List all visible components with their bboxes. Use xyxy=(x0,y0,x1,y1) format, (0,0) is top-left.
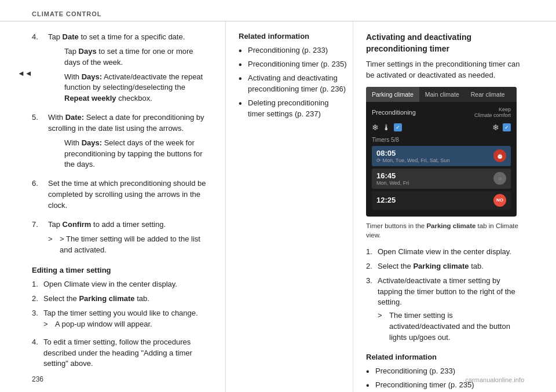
timer-entry-2: 16:45 Mon, Wed, Fri ○ xyxy=(372,168,511,189)
climate-precond-row: Preconditioning Keep Climate comfort xyxy=(372,107,511,118)
timer-1-time: 08:05 xyxy=(376,149,449,157)
climate-body: Preconditioning Keep Climate comfort ❄ 🌡 xyxy=(366,102,517,217)
right-related-item-1: • Preconditioning (p. 233) xyxy=(366,366,524,377)
editing-step-3-arrow: > xyxy=(43,319,55,330)
step-7-sub-arrow: > xyxy=(48,234,60,256)
timer-entry-3: 12:25 NO xyxy=(372,191,511,210)
right-climate-icons: ❄ ✓ xyxy=(492,123,511,132)
fan-icon: ❄ xyxy=(372,123,379,132)
middle-related-item-3-text: Activating and deactivating precondition… xyxy=(248,73,347,95)
middle-related-item-1: • Preconditioning (p. 233) xyxy=(239,45,347,56)
bullet-icon-2: • xyxy=(239,59,248,70)
back-arrows-icon: ◄◄ xyxy=(17,69,32,78)
editing-step-3-sub-text: A pop-up window will appear. xyxy=(55,319,211,330)
step-6: 6. Set the time at which preconditioning… xyxy=(32,178,211,215)
editing-step-4-num: 4. xyxy=(32,337,43,370)
page-number: 236 xyxy=(32,375,43,383)
editing-step-2-text: Select the Parking climate tab. xyxy=(43,294,149,305)
timers-label: Timers 5/8 xyxy=(372,137,511,143)
middle-column: Related information • Preconditioning (p… xyxy=(226,21,353,392)
right-step-3-num: 3. xyxy=(366,276,378,309)
main-content: 4. Tap Date to set a time for a specific… xyxy=(0,21,556,392)
timer-1-days: ⟳ Mon, Tue, Wed, Fri, Sat, Sun xyxy=(376,157,449,163)
step-4: 4. Tap Date to set a time for a specific… xyxy=(32,32,211,108)
left-column: 4. Tap Date to set a time for a specific… xyxy=(32,21,226,392)
bullet-icon-4: • xyxy=(239,98,248,120)
timer-1-btn[interactable]: ⏰ xyxy=(493,149,506,162)
right-step-1-num: 1. xyxy=(366,247,378,258)
step-4-content: Tap Date to set a time for a specific da… xyxy=(48,32,211,108)
step-4-sub1: Tap Days to set a time for one or more d… xyxy=(64,46,211,68)
editing-step-3-num: 3. xyxy=(32,308,43,319)
editing-step-4: 4. To edit a timer setting, follow the p… xyxy=(32,337,211,370)
right-steps-list: 1. Open Climate view in the center displ… xyxy=(366,247,524,347)
watermark: carmanualonline.info xyxy=(465,376,524,383)
climate-tab-rear[interactable]: Rear climate xyxy=(465,87,511,102)
right-checkbox[interactable]: ✓ xyxy=(503,123,511,131)
editing-step-2-num: 2. xyxy=(32,294,43,305)
keep-comfort-label: Keep Climate comfort xyxy=(474,107,511,118)
right-step-2-text: Select the Parking climate tab. xyxy=(378,261,484,272)
middle-related-item-2-text: Preconditioning timer (p. 235) xyxy=(248,59,347,70)
header-title: CLIMATE CONTROL xyxy=(32,10,102,17)
right-related-item-2-text: Preconditioning timer (p. 235) xyxy=(375,380,474,391)
middle-related-item-3: • Activating and deactivating preconditi… xyxy=(239,73,347,95)
climate-ui-mockup: Parking climate Main climate Rear climat… xyxy=(366,87,517,217)
step-7-sub: > > The timer setting will be added to t… xyxy=(48,234,211,256)
timer-2-btn[interactable]: ○ xyxy=(493,172,506,185)
climate-tabs: Parking climate Main climate Rear climat… xyxy=(366,87,517,102)
timer-3-btn[interactable]: NO xyxy=(493,194,506,207)
step-6-number: 6. xyxy=(32,178,48,215)
bullet-icon-3: • xyxy=(239,73,248,95)
timer-3-time: 12:25 xyxy=(376,196,396,204)
step-5-number: 5. xyxy=(32,112,48,174)
bullet-icon-1: • xyxy=(239,45,248,56)
editing-heading: Editing a timer setting xyxy=(32,266,211,274)
right-related-item-1-text: Preconditioning (p. 233) xyxy=(375,366,455,377)
climate-tab-parking[interactable]: Parking climate xyxy=(366,87,419,102)
middle-related-item-4: • Deleting preconditioning timer setting… xyxy=(239,98,347,120)
right-step-2: 2. Select the Parking climate tab. xyxy=(366,261,524,272)
editing-step-3-text: Tap the timer setting you would like to … xyxy=(43,308,198,319)
left-checkbox[interactable]: ✓ xyxy=(394,123,402,131)
middle-related-title: Related information xyxy=(239,32,347,41)
right-step-3-sub: > The timer setting is activated/deactiv… xyxy=(378,310,524,343)
step-4-sub2: With Days: Activate/deactivate the repea… xyxy=(64,72,211,105)
right-column: Activating and deactivating precondition… xyxy=(353,21,524,392)
step-5: 5. With Date: Select a date for precondi… xyxy=(32,112,211,174)
step-6-text: Set the time at which preconditioning sh… xyxy=(48,178,211,211)
editing-step-2: 2. Select the Parking climate tab. xyxy=(32,294,211,305)
right-step-3-sub-text: The timer setting is activated/deactivat… xyxy=(389,310,524,343)
step-5-text: With Date: Select a date for preconditio… xyxy=(48,112,211,134)
editing-steps-list: 1. Open Climate view in the center displ… xyxy=(32,279,211,369)
middle-related-item-4-text: Deleting preconditioning timer settings … xyxy=(248,98,347,120)
middle-related-list: • Preconditioning (p. 233) • Preconditio… xyxy=(239,45,347,120)
right-step-1: 1. Open Climate view in the center displ… xyxy=(366,247,524,258)
right-step-3: 3. Activate/deactivate a timer setting b… xyxy=(366,276,524,347)
right-step-3-arrow: > xyxy=(378,310,389,343)
precond-label: Preconditioning xyxy=(372,109,416,116)
right-bullet-2: • xyxy=(366,380,375,391)
timer-2-info: 16:45 Mon, Wed, Fri xyxy=(376,171,409,186)
editing-step-3: 3. Tap the timer setting you would like … xyxy=(32,308,211,334)
right-fan-icon: ❄ xyxy=(492,123,499,132)
right-bullet-1: • xyxy=(366,366,375,377)
editing-section: Editing a timer setting 1. Open Climate … xyxy=(32,266,211,369)
timer-entry-1: 08:05 ⟳ Mon, Tue, Wed, Fri, Sat, Sun ⏰ xyxy=(372,146,511,166)
climate-tab-main[interactable]: Main climate xyxy=(419,87,465,102)
page-header: CLIMATE CONTROL xyxy=(0,0,556,21)
timer-2-time: 16:45 xyxy=(376,171,409,180)
step-7-sub-text: > The timer setting will be added to the… xyxy=(60,234,211,256)
step-4-number: 4. xyxy=(32,32,48,108)
editing-step-4-text: To edit a timer setting, follow the proc… xyxy=(43,337,211,370)
step-6-content: Set the time at which preconditioning sh… xyxy=(48,178,211,215)
middle-related-item-2: • Preconditioning timer (p. 235) xyxy=(239,59,347,70)
middle-related-item-1-text: Preconditioning (p. 233) xyxy=(248,45,328,56)
step-7-text: Tap Confirm to add a timer setting. xyxy=(48,219,211,230)
climate-ui-caption: Timer buttons in the Parking climate tab… xyxy=(366,221,524,240)
timer-2-days: Mon, Wed, Fri xyxy=(376,180,409,186)
defrost-icon: 🌡 xyxy=(382,123,390,132)
editing-step-1-num: 1. xyxy=(32,279,43,290)
page: CLIMATE CONTROL ◄◄ 4. Tap Date to set a … xyxy=(0,0,556,392)
right-heading: Activating and deactivating precondition… xyxy=(366,32,524,54)
